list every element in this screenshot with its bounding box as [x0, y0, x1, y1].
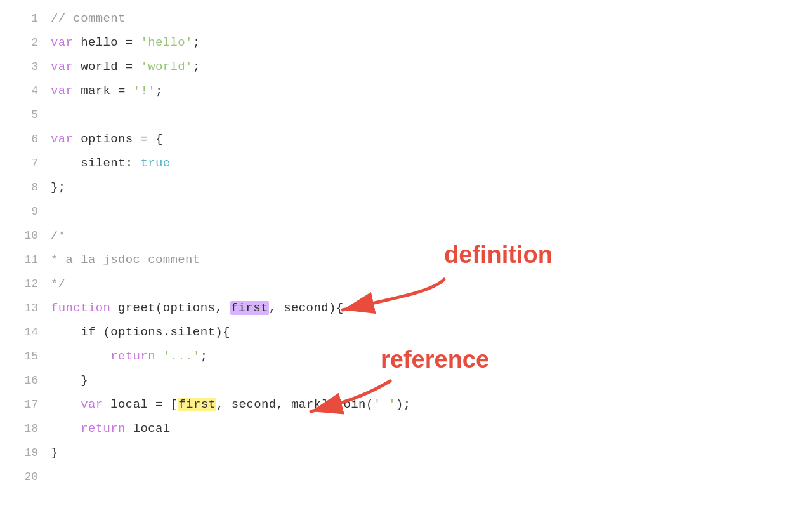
line-content: return local [51, 417, 812, 441]
token: var [51, 60, 73, 74]
code-line: 8}; [0, 175, 812, 199]
token [51, 422, 81, 436]
line-content: * a la jsdoc comment [51, 248, 812, 272]
token: var [51, 36, 73, 50]
token: options = { [73, 132, 162, 146]
line-number: 7 [0, 151, 51, 175]
line-number: 3 [0, 55, 51, 79]
code-line: 19} [0, 441, 812, 465]
line-number: 2 [0, 30, 51, 55]
line-number: 8 [0, 175, 51, 199]
line-content: } [51, 368, 812, 392]
line-content: var mark = '!'; [51, 79, 812, 103]
code-line: 2var hello = 'hello'; [0, 30, 812, 55]
code-line: 20 [0, 465, 812, 489]
token: hello = [73, 36, 140, 50]
code-line: 7 silent: true [0, 151, 812, 175]
token: if (options.silent){ [51, 325, 230, 339]
token: '...' [163, 349, 200, 363]
token: mark = [73, 84, 133, 98]
line-content: } [51, 441, 812, 465]
line-number: 4 [0, 79, 51, 103]
code-line: 3var world = 'world'; [0, 55, 812, 79]
line-number: 9 [0, 199, 51, 224]
line-number: 1 [0, 6, 51, 30]
token: /* [51, 229, 66, 243]
line-content: }; [51, 175, 812, 199]
token: '!' [133, 84, 155, 98]
line-number: 14 [0, 320, 51, 344]
token [155, 349, 163, 363]
line-content: /* [51, 224, 812, 248]
token: ; [193, 36, 200, 50]
token: * a la jsdoc comment [51, 253, 200, 267]
token: ; [193, 60, 200, 74]
token: }; [51, 180, 66, 194]
line-content: var hello = 'hello'; [51, 30, 812, 55]
line-number: 10 [0, 224, 51, 248]
code-line: 6var options = { [0, 127, 812, 151]
token: return [110, 349, 155, 363]
token: 'world' [140, 60, 192, 74]
code-line: 15 return '...'; [0, 344, 812, 368]
line-number: 6 [0, 127, 51, 151]
line-content: */ [51, 272, 812, 296]
code-line: 9 [0, 199, 812, 224]
token: // comment [51, 11, 126, 25]
code-line: 16 } [0, 368, 812, 392]
code-line: 10/* [0, 224, 812, 248]
token: return [81, 422, 126, 436]
code-line: 14 if (options.silent){ [0, 320, 812, 344]
token: true [140, 156, 170, 170]
token: 'hello' [140, 36, 192, 50]
line-content: var local = [first, second, mark].join('… [51, 392, 812, 417]
line-content: function greet(options, first, second){ [51, 296, 812, 320]
code-line: 18 return local [0, 417, 812, 441]
reference-highlight: first [178, 398, 216, 411]
line-content: var options = { [51, 127, 812, 151]
line-number: 18 [0, 417, 51, 441]
code-line: 13function greet(options, first, second)… [0, 296, 812, 320]
line-number: 5 [0, 103, 51, 127]
token: } [51, 446, 58, 460]
token [51, 349, 110, 363]
line-content: var world = 'world'; [51, 55, 812, 79]
line-number: 19 [0, 441, 51, 465]
code-line: 17 var local = [first, second, mark].joi… [0, 392, 812, 417]
token: world = [73, 60, 140, 74]
line-number: 11 [0, 248, 51, 272]
code-lines: 1// comment2var hello = 'hello';3var wor… [0, 6, 812, 489]
token: var [51, 84, 73, 98]
line-content: return '...'; [51, 344, 812, 368]
code-editor: 1// comment2var hello = 'hello';3var wor… [0, 0, 812, 508]
code-line: 11* a la jsdoc comment [0, 248, 812, 272]
line-number: 17 [0, 392, 51, 417]
token: var [51, 132, 73, 146]
line-number: 20 [0, 465, 51, 489]
token: ; [155, 84, 163, 98]
token: } [51, 373, 88, 387]
definition-highlight: first [230, 301, 269, 315]
code-line: 1// comment [0, 6, 812, 30]
line-content: silent: true [51, 151, 812, 175]
line-content: // comment [51, 6, 812, 30]
code-line: 12*/ [0, 272, 812, 296]
line-number: 13 [0, 296, 51, 320]
token: silent: [51, 156, 140, 170]
line-content: if (options.silent){ [51, 320, 812, 344]
token: ; [200, 349, 208, 363]
line-number: 15 [0, 344, 51, 368]
token: local [126, 422, 171, 436]
code-line: 4var mark = '!'; [0, 79, 812, 103]
code-line: 5 [0, 103, 812, 127]
line-number: 12 [0, 272, 51, 296]
line-number: 16 [0, 368, 51, 392]
token: */ [51, 277, 66, 291]
